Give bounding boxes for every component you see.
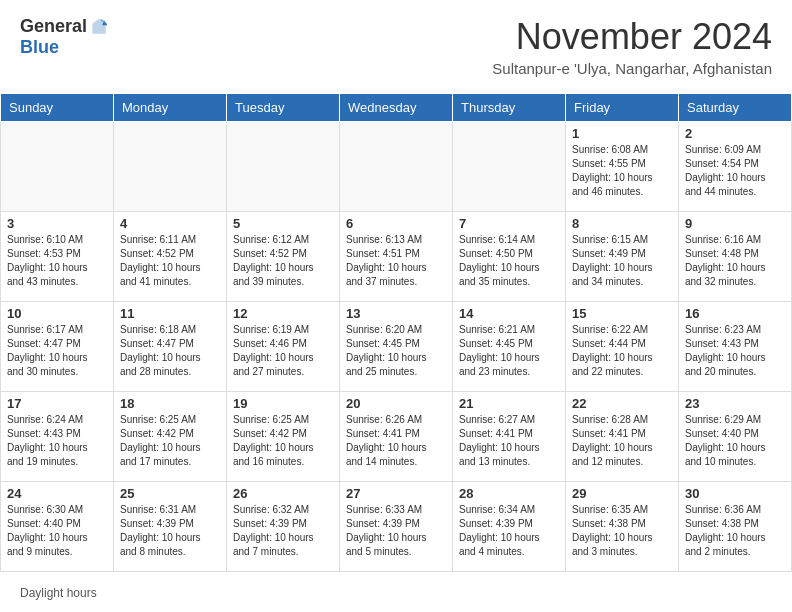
day-number: 13 [346,306,446,321]
week-row-1: 1Sunrise: 6:08 AM Sunset: 4:55 PM Daylig… [1,122,792,212]
daylight-label: Daylight hours [20,586,97,600]
day-info: Sunrise: 6:31 AM Sunset: 4:39 PM Dayligh… [120,503,220,559]
day-number: 20 [346,396,446,411]
day-info: Sunrise: 6:21 AM Sunset: 4:45 PM Dayligh… [459,323,559,379]
day-info: Sunrise: 6:13 AM Sunset: 4:51 PM Dayligh… [346,233,446,289]
day-info: Sunrise: 6:36 AM Sunset: 4:38 PM Dayligh… [685,503,785,559]
day-info: Sunrise: 6:24 AM Sunset: 4:43 PM Dayligh… [7,413,107,469]
day-number: 4 [120,216,220,231]
calendar-cell: 17Sunrise: 6:24 AM Sunset: 4:43 PM Dayli… [1,392,114,482]
header-thursday: Thursday [453,94,566,122]
day-number: 19 [233,396,333,411]
location-subtitle: Sultanpur-e 'Ulya, Nangarhar, Afghanista… [492,60,772,77]
day-number: 11 [120,306,220,321]
day-number: 30 [685,486,785,501]
day-number: 28 [459,486,559,501]
day-number: 21 [459,396,559,411]
week-row-2: 3Sunrise: 6:10 AM Sunset: 4:53 PM Daylig… [1,212,792,302]
day-info: Sunrise: 6:29 AM Sunset: 4:40 PM Dayligh… [685,413,785,469]
day-number: 8 [572,216,672,231]
day-info: Sunrise: 6:25 AM Sunset: 4:42 PM Dayligh… [233,413,333,469]
day-info: Sunrise: 6:34 AM Sunset: 4:39 PM Dayligh… [459,503,559,559]
logo-blue-text: Blue [20,37,59,58]
day-info: Sunrise: 6:16 AM Sunset: 4:48 PM Dayligh… [685,233,785,289]
calendar-cell: 27Sunrise: 6:33 AM Sunset: 4:39 PM Dayli… [340,482,453,572]
day-number: 24 [7,486,107,501]
day-info: Sunrise: 6:27 AM Sunset: 4:41 PM Dayligh… [459,413,559,469]
day-number: 15 [572,306,672,321]
calendar-cell: 9Sunrise: 6:16 AM Sunset: 4:48 PM Daylig… [679,212,792,302]
header-tuesday: Tuesday [227,94,340,122]
calendar-cell: 30Sunrise: 6:36 AM Sunset: 4:38 PM Dayli… [679,482,792,572]
calendar-cell: 23Sunrise: 6:29 AM Sunset: 4:40 PM Dayli… [679,392,792,482]
day-number: 27 [346,486,446,501]
calendar-cell [114,122,227,212]
day-number: 23 [685,396,785,411]
day-number: 22 [572,396,672,411]
calendar-cell: 15Sunrise: 6:22 AM Sunset: 4:44 PM Dayli… [566,302,679,392]
calendar-cell: 1Sunrise: 6:08 AM Sunset: 4:55 PM Daylig… [566,122,679,212]
header-monday: Monday [114,94,227,122]
day-number: 17 [7,396,107,411]
day-number: 12 [233,306,333,321]
day-info: Sunrise: 6:09 AM Sunset: 4:54 PM Dayligh… [685,143,785,199]
day-number: 16 [685,306,785,321]
day-info: Sunrise: 6:19 AM Sunset: 4:46 PM Dayligh… [233,323,333,379]
footer: Daylight hours [0,580,792,606]
day-info: Sunrise: 6:20 AM Sunset: 4:45 PM Dayligh… [346,323,446,379]
calendar-cell: 22Sunrise: 6:28 AM Sunset: 4:41 PM Dayli… [566,392,679,482]
week-row-5: 24Sunrise: 6:30 AM Sunset: 4:40 PM Dayli… [1,482,792,572]
day-number: 3 [7,216,107,231]
calendar-cell [453,122,566,212]
calendar-cell: 25Sunrise: 6:31 AM Sunset: 4:39 PM Dayli… [114,482,227,572]
calendar-cell [227,122,340,212]
calendar-cell: 4Sunrise: 6:11 AM Sunset: 4:52 PM Daylig… [114,212,227,302]
calendar-cell: 18Sunrise: 6:25 AM Sunset: 4:42 PM Dayli… [114,392,227,482]
day-info: Sunrise: 6:10 AM Sunset: 4:53 PM Dayligh… [7,233,107,289]
day-info: Sunrise: 6:30 AM Sunset: 4:40 PM Dayligh… [7,503,107,559]
day-info: Sunrise: 6:26 AM Sunset: 4:41 PM Dayligh… [346,413,446,469]
calendar-table: Sunday Monday Tuesday Wednesday Thursday… [0,93,792,572]
week-row-4: 17Sunrise: 6:24 AM Sunset: 4:43 PM Dayli… [1,392,792,482]
week-row-3: 10Sunrise: 6:17 AM Sunset: 4:47 PM Dayli… [1,302,792,392]
day-info: Sunrise: 6:28 AM Sunset: 4:41 PM Dayligh… [572,413,672,469]
day-info: Sunrise: 6:15 AM Sunset: 4:49 PM Dayligh… [572,233,672,289]
day-number: 7 [459,216,559,231]
calendar-cell [1,122,114,212]
day-info: Sunrise: 6:14 AM Sunset: 4:50 PM Dayligh… [459,233,559,289]
calendar-cell: 11Sunrise: 6:18 AM Sunset: 4:47 PM Dayli… [114,302,227,392]
day-number: 6 [346,216,446,231]
header-saturday: Saturday [679,94,792,122]
calendar-cell: 21Sunrise: 6:27 AM Sunset: 4:41 PM Dayli… [453,392,566,482]
calendar-cell: 28Sunrise: 6:34 AM Sunset: 4:39 PM Dayli… [453,482,566,572]
day-number: 9 [685,216,785,231]
month-title: November 2024 [492,16,772,58]
day-info: Sunrise: 6:11 AM Sunset: 4:52 PM Dayligh… [120,233,220,289]
calendar-cell: 8Sunrise: 6:15 AM Sunset: 4:49 PM Daylig… [566,212,679,302]
logo: General Blue [20,16,109,58]
day-number: 26 [233,486,333,501]
calendar-header-row: Sunday Monday Tuesday Wednesday Thursday… [1,94,792,122]
logo-general-text: General [20,16,87,37]
header-wednesday: Wednesday [340,94,453,122]
calendar-cell: 12Sunrise: 6:19 AM Sunset: 4:46 PM Dayli… [227,302,340,392]
calendar-cell: 20Sunrise: 6:26 AM Sunset: 4:41 PM Dayli… [340,392,453,482]
day-number: 18 [120,396,220,411]
day-info: Sunrise: 6:12 AM Sunset: 4:52 PM Dayligh… [233,233,333,289]
day-number: 10 [7,306,107,321]
calendar-cell: 5Sunrise: 6:12 AM Sunset: 4:52 PM Daylig… [227,212,340,302]
day-number: 1 [572,126,672,141]
day-number: 2 [685,126,785,141]
calendar-cell: 16Sunrise: 6:23 AM Sunset: 4:43 PM Dayli… [679,302,792,392]
day-number: 29 [572,486,672,501]
calendar-cell: 6Sunrise: 6:13 AM Sunset: 4:51 PM Daylig… [340,212,453,302]
day-number: 14 [459,306,559,321]
day-info: Sunrise: 6:18 AM Sunset: 4:47 PM Dayligh… [120,323,220,379]
calendar-cell: 7Sunrise: 6:14 AM Sunset: 4:50 PM Daylig… [453,212,566,302]
day-info: Sunrise: 6:17 AM Sunset: 4:47 PM Dayligh… [7,323,107,379]
day-info: Sunrise: 6:33 AM Sunset: 4:39 PM Dayligh… [346,503,446,559]
calendar-cell: 2Sunrise: 6:09 AM Sunset: 4:54 PM Daylig… [679,122,792,212]
day-info: Sunrise: 6:08 AM Sunset: 4:55 PM Dayligh… [572,143,672,199]
day-info: Sunrise: 6:22 AM Sunset: 4:44 PM Dayligh… [572,323,672,379]
day-number: 25 [120,486,220,501]
